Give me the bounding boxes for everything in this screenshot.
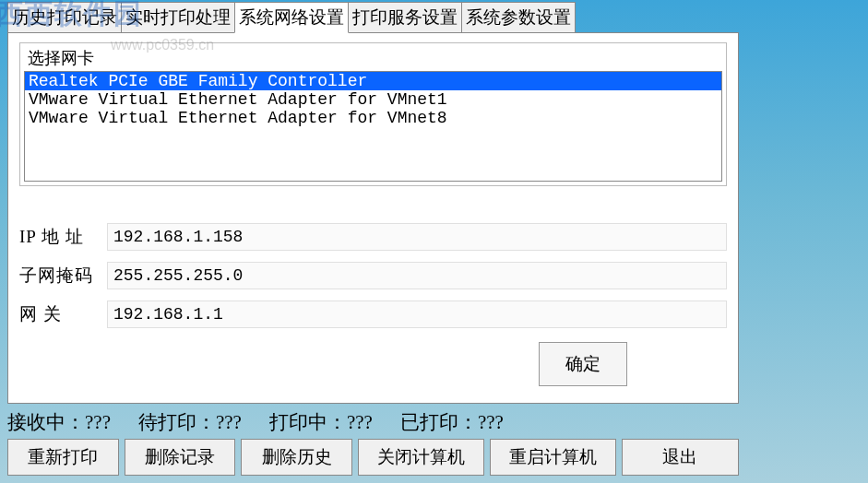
bottom-button-bar: 重新打印 删除记录 删除历史 关闭计算机 重启计算机 退出 (7, 439, 868, 476)
nic-listbox[interactable]: Realtek PCIe GBE Family Controller VMwar… (24, 71, 722, 182)
delete-record-button[interactable]: 删除记录 (125, 439, 236, 476)
ip-label: IP 地 址 (19, 225, 107, 249)
status-printed: 已打印：??? (400, 409, 504, 435)
list-item[interactable]: Realtek PCIe GBE Family Controller (25, 72, 721, 90)
status-printing: 打印中：??? (269, 409, 373, 435)
tab-system-params[interactable]: 系统参数设置 (461, 2, 576, 33)
tab-realtime[interactable]: 实时打印处理 (121, 2, 235, 33)
shutdown-button[interactable]: 关闭计算机 (358, 439, 484, 476)
status-receiving: 接收中：??? (7, 409, 111, 435)
restart-button[interactable]: 重启计算机 (490, 439, 616, 476)
mask-row: 子网掩码 (19, 262, 727, 289)
status-pending: 待打印：??? (138, 409, 242, 435)
network-settings-panel: 选择网卡 Realtek PCIe GBE Family Controller … (7, 32, 739, 404)
list-item[interactable]: VMware Virtual Ethernet Adapter for VMne… (25, 90, 721, 109)
gateway-label: 网 关 (19, 302, 107, 326)
mask-label: 子网掩码 (19, 264, 107, 288)
tab-print-service[interactable]: 打印服务设置 (348, 2, 462, 33)
tab-network-settings[interactable]: 系统网络设置 (234, 2, 349, 33)
delete-history-button[interactable]: 删除历史 (241, 439, 352, 476)
ip-input[interactable] (107, 223, 727, 251)
tab-history[interactable]: 历史打印记录 (7, 2, 122, 33)
gateway-row: 网 关 (19, 300, 727, 328)
tab-bar: 历史打印记录 实时打印处理 系统网络设置 打印服务设置 系统参数设置 (7, 2, 868, 33)
nic-group-label: 选择网卡 (28, 47, 722, 69)
nic-group: 选择网卡 Realtek PCIe GBE Family Controller … (19, 42, 727, 186)
confirm-button[interactable]: 确定 (539, 342, 627, 386)
list-item[interactable]: VMware Virtual Ethernet Adapter for VMne… (25, 109, 721, 127)
ip-row: IP 地 址 (19, 223, 727, 251)
mask-input[interactable] (107, 262, 727, 289)
reprint-button[interactable]: 重新打印 (7, 439, 119, 476)
exit-button[interactable]: 退出 (622, 439, 739, 476)
status-bar: 接收中：??? 待打印：??? 打印中：??? 已打印：??? (7, 409, 868, 435)
gateway-input[interactable] (107, 300, 727, 328)
network-form: IP 地 址 子网掩码 网 关 (19, 223, 727, 328)
